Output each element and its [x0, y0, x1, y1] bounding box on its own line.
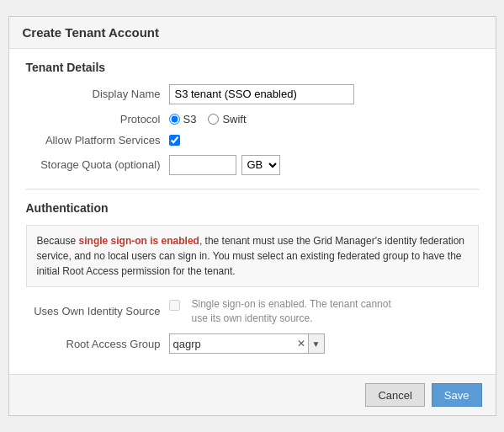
protocol-s3-label[interactable]: S3 [169, 113, 197, 125]
platform-services-checkbox-wrapper [169, 135, 180, 146]
tenant-details-section-title: Tenant Details [26, 61, 479, 74]
page-title: Create Tenant Account [23, 25, 482, 40]
sso-disabled-line2: use its own identity source. [192, 312, 313, 324]
protocol-s3-text: S3 [183, 113, 197, 125]
create-tenant-panel: Create Tenant Account Tenant Details Dis… [8, 16, 496, 417]
protocol-s3-radio[interactable] [169, 114, 180, 125]
identity-source-checkbox [169, 300, 180, 311]
display-name-group: Display Name [26, 84, 479, 104]
root-access-clear-icon[interactable]: ✕ [294, 338, 308, 349]
identity-source-disabled-text: Single sign-on is enabled. The tenant ca… [192, 297, 391, 326]
root-access-dropdown-icon[interactable]: ▼ [308, 334, 324, 353]
protocol-options: S3 Swift [169, 113, 247, 125]
root-access-combo[interactable]: qagrp ✕ ▼ [169, 333, 325, 354]
sso-highlight: single sign-on is enabled [79, 235, 199, 247]
save-button[interactable]: Save [432, 383, 482, 407]
protocol-group: Protocol S3 Swift [26, 113, 479, 125]
protocol-swift-text: Swift [222, 113, 246, 125]
root-access-label: Root Access Group [26, 338, 169, 350]
panel-header: Create Tenant Account [9, 17, 496, 49]
storage-quota-label: Storage Quota (optional) [26, 158, 169, 171]
panel-body: Tenant Details Display Name Protocol S3 … [9, 49, 496, 375]
identity-source-group: Uses Own Identity Source Single sign-on … [26, 297, 479, 326]
protocol-swift-label[interactable]: Swift [208, 113, 246, 125]
cancel-button[interactable]: Cancel [365, 383, 424, 407]
sso-info-box: Because single sign-on is enabled, the t… [26, 225, 479, 287]
storage-quota-group: Storage Quota (optional) GB TB MB [26, 155, 479, 175]
identity-source-content: Single sign-on is enabled. The tenant ca… [169, 297, 391, 326]
storage-quota-inputs: GB TB MB [169, 155, 280, 175]
platform-services-checkbox[interactable] [169, 135, 180, 146]
platform-services-group: Allow Platform Services [26, 134, 479, 147]
footer: Cancel Save [9, 374, 496, 415]
platform-services-label: Allow Platform Services [26, 134, 169, 147]
root-access-value: qagrp [170, 338, 294, 350]
authentication-section: Authentication Because single sign-on is… [26, 189, 479, 355]
identity-source-label: Uses Own Identity Source [26, 305, 169, 317]
sso-disabled-line1: Single sign-on is enabled. The tenant ca… [192, 298, 391, 310]
display-name-label: Display Name [26, 88, 169, 100]
auth-section-title: Authentication [26, 201, 479, 215]
root-access-group: Root Access Group qagrp ✕ ▼ [26, 333, 479, 354]
protocol-swift-radio[interactable] [208, 114, 219, 125]
quota-unit-select[interactable]: GB TB MB [241, 155, 280, 175]
display-name-input[interactable] [169, 84, 354, 104]
protocol-label: Protocol [26, 113, 169, 125]
quota-input[interactable] [169, 155, 236, 175]
